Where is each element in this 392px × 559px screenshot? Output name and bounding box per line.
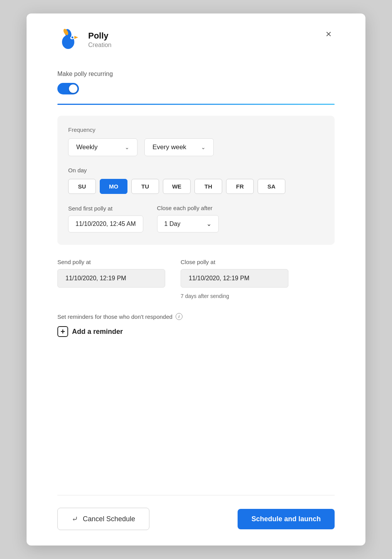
reminder-section: Set reminders for those who don't respon…: [57, 313, 335, 337]
chevron-down-icon: ⌄: [206, 220, 211, 227]
frequency-type-dropdown[interactable]: Weekly ⌄: [68, 138, 137, 156]
modal-container: Polly Creation × Make polly recurring Fr…: [27, 13, 365, 546]
frequency-interval-value: Every week: [152, 143, 186, 151]
day-buttons-group: SU MO TU WE TH FR SA: [68, 179, 324, 194]
on-day-label: On day: [68, 167, 324, 173]
day-button-we[interactable]: WE: [163, 179, 191, 194]
close-button[interactable]: ×: [323, 27, 335, 40]
recurring-toggle[interactable]: [57, 83, 79, 94]
frequency-dropdowns: Weekly ⌄ Every week ⌄: [68, 138, 324, 156]
recurring-label: Make polly recurring: [57, 71, 335, 77]
close-polly-label: Close polly at: [181, 259, 288, 265]
app-branding: Polly Creation: [57, 27, 111, 52]
app-title-group: Polly Creation: [88, 31, 111, 49]
bottom-divider: [57, 495, 335, 495]
cancel-icon: ⤶: [72, 514, 78, 524]
close-polly-note: 7 days after sending: [181, 293, 288, 299]
close-after-value: 1 Day: [164, 221, 181, 227]
close-after-label: Close each polly after: [157, 205, 219, 211]
polly-logo: [57, 27, 82, 52]
send-close-section: Send polly at 11/10/2020, 12:19 PM Close…: [57, 259, 335, 299]
send-close-row: Send first polly at 11/10/2020, 12:45 AM…: [68, 205, 324, 232]
modal-header: Polly Creation ×: [57, 27, 335, 52]
add-reminder-button[interactable]: + Add a reminder: [57, 326, 123, 337]
add-icon: +: [57, 326, 68, 337]
blue-divider: [57, 104, 335, 105]
close-after-dropdown[interactable]: 1 Day ⌄: [157, 215, 219, 232]
app-subtitle: Creation: [88, 42, 111, 49]
frequency-label: Frequency: [68, 126, 324, 133]
chevron-down-icon: ⌄: [125, 144, 129, 150]
chevron-down-icon: ⌄: [201, 144, 206, 150]
day-button-th[interactable]: TH: [194, 179, 222, 194]
close-polly-col: Close polly at 11/10/2020, 12:19 PM 7 da…: [181, 259, 288, 299]
send-polly-value: 11/10/2020, 12:19 PM: [57, 269, 165, 288]
modal-footer: ⤶ Cancel Schedule Schedule and launch: [57, 508, 335, 530]
reminder-label-group: Set reminders for those who don't respon…: [57, 313, 335, 320]
reminder-label-text: Set reminders for those who don't respon…: [57, 313, 173, 320]
app-name: Polly: [88, 31, 111, 41]
close-after-group: Close each polly after 1 Day ⌄: [157, 205, 219, 232]
send-first-label: Send first polly at: [68, 205, 143, 212]
day-button-fr[interactable]: FR: [226, 179, 254, 194]
schedule-launch-button[interactable]: Schedule and launch: [238, 509, 335, 529]
close-polly-value: 11/10/2020, 12:19 PM: [181, 269, 288, 288]
frequency-box: Frequency Weekly ⌄ Every week ⌄ On day S…: [57, 116, 335, 245]
svg-point-4: [72, 37, 74, 39]
add-reminder-label: Add a reminder: [72, 328, 123, 336]
send-first-group: Send first polly at 11/10/2020, 12:45 AM: [68, 205, 143, 232]
day-button-tu[interactable]: TU: [131, 179, 159, 194]
day-button-su[interactable]: SU: [68, 179, 96, 194]
send-first-value: 11/10/2020, 12:45 AM: [68, 216, 143, 232]
recurring-section: Make polly recurring: [57, 71, 335, 94]
send-polly-label: Send polly at: [57, 259, 165, 265]
day-button-mo[interactable]: MO: [100, 179, 127, 194]
info-icon: i: [176, 313, 183, 320]
toggle-slider: [57, 83, 79, 94]
send-polly-col: Send polly at 11/10/2020, 12:19 PM: [57, 259, 165, 299]
frequency-type-value: Weekly: [76, 143, 97, 151]
frequency-interval-dropdown[interactable]: Every week ⌄: [144, 138, 214, 156]
day-button-sa[interactable]: SA: [258, 179, 285, 194]
cancel-label: Cancel Schedule: [83, 515, 135, 523]
cancel-schedule-button[interactable]: ⤶ Cancel Schedule: [57, 508, 149, 530]
